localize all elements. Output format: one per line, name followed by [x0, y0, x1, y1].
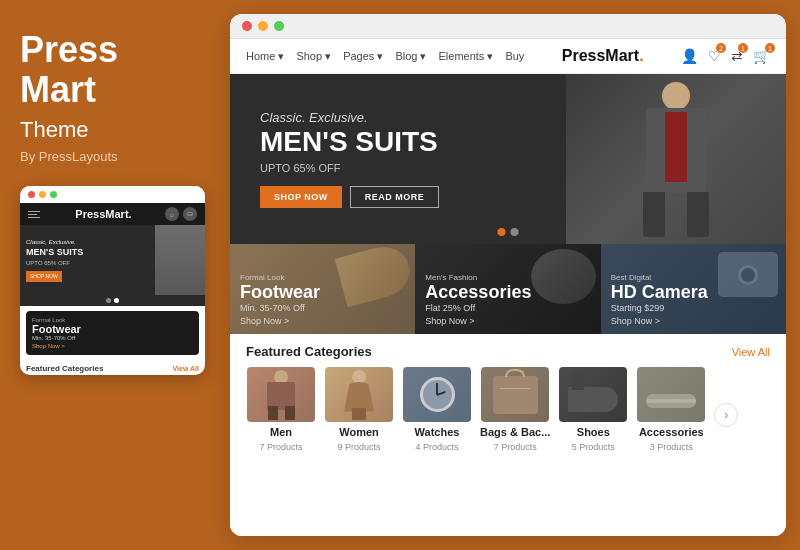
- nav-links: Home ▾ Shop ▾ Pages ▾ Blog ▾ Elements ▾ …: [246, 50, 524, 63]
- slider-dot-2: [114, 298, 119, 303]
- browser-window: Home ▾ Shop ▾ Pages ▾ Blog ▾ Elements ▾ …: [230, 14, 786, 536]
- feat-cat-img-men: [247, 367, 315, 422]
- cat-card-camera[interactable]: Best Digital HD Camera Starting $299 Sho…: [601, 244, 786, 334]
- featured-next-arrow[interactable]: ›: [714, 403, 738, 427]
- cat-card-footwear[interactable]: Formal Look Footwear Min. 35-70% Off Sho…: [230, 244, 415, 334]
- category-cards-row: Formal Look Footwear Min. 35-70% Off Sho…: [230, 244, 786, 334]
- browser-dot-green: [274, 21, 284, 31]
- mobile-hero-image: [155, 225, 205, 295]
- user-icon[interactable]: 👤: [681, 48, 698, 64]
- compare-icon[interactable]: ⇄1: [731, 48, 743, 64]
- nav-right-icons: 👤 ♡2 ⇄1 🛒1: [681, 48, 770, 64]
- mobile-nav-icons: ⌕ ⛀: [165, 207, 197, 221]
- browser-content: Home ▾ Shop ▾ Pages ▾ Blog ▾ Elements ▾ …: [230, 39, 786, 536]
- cat-sub-footwear: Min. 35-70% Off: [240, 303, 405, 313]
- hero-title: MEN'S SUITS: [260, 127, 439, 158]
- feat-cat-shoes[interactable]: Shoes 5 Products: [558, 367, 628, 452]
- hero-italic: Classic. Exclusive.: [260, 110, 439, 125]
- mobile-featured-label: Featured Categories View All: [20, 360, 205, 375]
- app-title: PressMart: [20, 30, 210, 109]
- feat-cat-name-watches: Watches: [415, 426, 460, 438]
- mobile-category-section: Formal Look Footwear Min. 35-70% Off Sho…: [20, 306, 205, 360]
- browser-chrome: [230, 14, 786, 39]
- nav-buy[interactable]: Buy: [505, 50, 524, 63]
- feat-cat-img-accessories: [637, 367, 705, 422]
- mobile-dot-yellow: [39, 191, 46, 198]
- nav-shop[interactable]: Shop ▾: [296, 50, 331, 63]
- featured-view-all[interactable]: View All: [732, 346, 770, 358]
- hero-text: Classic. Exclusive. MEN'S SUITS UPTO 65%…: [260, 110, 439, 208]
- featured-section: Featured Categories View All Men: [230, 334, 786, 536]
- feat-cat-name-accessories: Accessories: [639, 426, 704, 438]
- mobile-view-all[interactable]: View All: [173, 365, 199, 372]
- nav-elements[interactable]: Elements ▾: [438, 50, 493, 63]
- mobile-logo: PressMart.: [75, 208, 131, 220]
- left-panel: PressMart Theme By PressLayouts PressMar…: [0, 0, 230, 550]
- mobile-dot-green: [50, 191, 57, 198]
- logo-dot: .: [639, 47, 643, 64]
- feat-cat-img-women: [325, 367, 393, 422]
- feat-cat-bags[interactable]: Bags & Bac... 7 Products: [480, 367, 550, 452]
- mobile-dot-red: [28, 191, 35, 198]
- cat-sub-accessories: Flat 25% Off: [425, 303, 590, 313]
- hero-off: UPTO 65% OFF: [260, 162, 439, 174]
- feat-cat-name-bags: Bags & Bac...: [480, 426, 550, 438]
- mobile-shop-btn[interactable]: SHOP NOW: [26, 271, 62, 282]
- nav-home[interactable]: Home ▾: [246, 50, 284, 63]
- featured-title: Featured Categories: [246, 344, 372, 359]
- mobile-cart-icon: ⛀: [183, 207, 197, 221]
- feat-cat-img-shoes: [559, 367, 627, 422]
- feat-cat-women[interactable]: Women 9 Products: [324, 367, 394, 452]
- nav-blog[interactable]: Blog ▾: [395, 50, 426, 63]
- feat-cat-count-bags: 7 Products: [494, 442, 537, 452]
- mobile-cat-sub: Min. 35-70% Off: [32, 335, 193, 341]
- browser-dot-yellow: [258, 21, 268, 31]
- mobile-hero-italic: Classic, Exclusive.: [26, 238, 83, 246]
- mobile-search-icon: ⌕: [165, 207, 179, 221]
- hero-banner: Classic. Exclusive. MEN'S SUITS UPTO 65%…: [230, 74, 786, 244]
- mobile-hero: Classic, Exclusive. MEN'S SUITS UPTO 65%…: [20, 225, 205, 295]
- mobile-preview: PressMart. ⌕ ⛀ Classic, Exclusive. MEN'S…: [20, 186, 205, 375]
- slider-dot-1: [106, 298, 111, 303]
- feat-cat-name-men: Men: [270, 426, 292, 438]
- feat-cat-accessories[interactable]: Accessories 3 Products: [636, 367, 706, 452]
- feat-cat-img-bags: [481, 367, 549, 422]
- mobile-hero-off: UPTO 65% OFF: [26, 259, 83, 267]
- featured-header: Featured Categories View All: [246, 344, 770, 359]
- feat-cat-watches[interactable]: Watches 4 Products: [402, 367, 472, 452]
- feat-cat-count-accessories: 3 Products: [650, 442, 693, 452]
- feat-cat-count-shoes: 5 Products: [572, 442, 615, 452]
- hero-slider-dots: [498, 228, 519, 236]
- mobile-cat-title: Footwear: [32, 323, 193, 335]
- app-author: By PressLayouts: [20, 149, 210, 164]
- cat-shop-accessories[interactable]: Shop Now >: [425, 316, 590, 326]
- nav-pages[interactable]: Pages ▾: [343, 50, 383, 63]
- app-subtitle: Theme: [20, 117, 210, 143]
- hero-shop-button[interactable]: SHOP NOW: [260, 186, 342, 208]
- wishlist-icon[interactable]: ♡2: [708, 48, 721, 64]
- hero-buttons: SHOP NOW READ MORE: [260, 186, 439, 208]
- feat-cat-count-men: 7 Products: [259, 442, 302, 452]
- hero-model-image: [566, 74, 786, 244]
- mobile-cat-card: Formal Look Footwear Min. 35-70% Off Sho…: [26, 311, 199, 355]
- feat-cat-men[interactable]: Men 7 Products: [246, 367, 316, 452]
- cat-shop-footwear[interactable]: Shop Now >: [240, 316, 405, 326]
- cat-card-accessories[interactable]: Men's Fashion Accessories Flat 25% Off S…: [415, 244, 600, 334]
- feat-cat-img-watches: [403, 367, 471, 422]
- hero-dot-1: [498, 228, 506, 236]
- mobile-hero-title: MEN'S SUITS: [26, 246, 83, 259]
- featured-categories-list: Men 7 Products Women 9 Products: [246, 367, 770, 452]
- cat-shop-camera[interactable]: Shop Now >: [611, 316, 776, 326]
- hero-dot-2: [511, 228, 519, 236]
- hero-read-button[interactable]: READ MORE: [350, 186, 440, 208]
- browser-dot-red: [242, 21, 252, 31]
- cart-icon[interactable]: 🛒1: [753, 48, 770, 64]
- mobile-cat-shop-btn[interactable]: Shop Now >: [32, 343, 193, 349]
- site-logo: PressMart.: [562, 47, 644, 65]
- mobile-window-controls: [20, 186, 205, 203]
- cat-sub-camera: Starting $299: [611, 303, 776, 313]
- mobile-header: PressMart. ⌕ ⛀: [20, 203, 205, 225]
- mobile-slider-dots: [20, 295, 205, 306]
- mobile-hero-text: Classic, Exclusive. MEN'S SUITS UPTO 65%…: [26, 238, 83, 282]
- site-navbar: Home ▾ Shop ▾ Pages ▾ Blog ▾ Elements ▾ …: [230, 39, 786, 74]
